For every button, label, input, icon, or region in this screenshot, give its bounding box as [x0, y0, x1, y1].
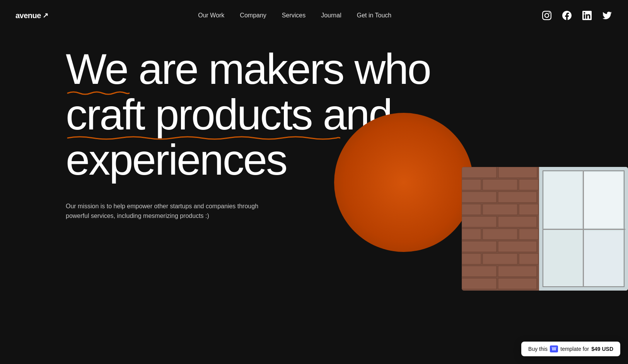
logo[interactable]: avenue ↗: [15, 11, 48, 20]
buy-badge-price: $49 USD: [591, 346, 613, 352]
photo-svg: [462, 167, 628, 291]
buy-badge-middle: template for: [560, 346, 589, 352]
svg-rect-3: [462, 179, 481, 190]
logo-text: avenue: [15, 11, 41, 20]
svg-rect-32: [584, 231, 623, 286]
hero-subtitle: Our mission is to help empower other sta…: [66, 201, 267, 221]
nav-links: Our Work Company Services Journal Get in…: [198, 12, 391, 19]
nav-company[interactable]: Company: [240, 12, 266, 19]
svg-rect-19: [483, 253, 517, 264]
underline-craft-decoration: [66, 134, 340, 140]
svg-rect-31: [544, 231, 582, 286]
svg-rect-8: [462, 204, 481, 215]
svg-rect-4: [483, 179, 517, 190]
svg-rect-22: [498, 266, 537, 277]
buy-badge[interactable]: Buy this W template for $49 USD: [521, 342, 620, 356]
svg-rect-7: [498, 192, 537, 202]
twitter-icon[interactable]: [602, 10, 613, 21]
headline-line2-text: craft products and: [66, 90, 392, 139]
svg-rect-13: [462, 229, 481, 240]
svg-rect-14: [483, 229, 517, 240]
buy-badge-prefix: Buy this: [528, 346, 548, 352]
navbar: avenue ↗ Our Work Company Services Journ…: [0, 0, 628, 31]
page-wrapper: avenue ↗ Our Work Company Services Journ…: [0, 0, 628, 364]
hero-headline: We are makers who craft products and exp…: [66, 46, 562, 183]
svg-rect-21: [462, 266, 497, 277]
svg-rect-18: [462, 253, 481, 264]
svg-rect-29: [544, 172, 582, 228]
svg-rect-11: [462, 216, 497, 227]
svg-rect-20: [519, 253, 538, 264]
decorative-circle: [334, 113, 473, 252]
svg-rect-5: [519, 179, 538, 190]
facebook-icon[interactable]: [561, 10, 572, 21]
svg-rect-15: [519, 229, 538, 240]
buy-badge-w: W: [550, 345, 558, 352]
hero-photo: [462, 167, 628, 291]
headline-line1: We are makers who: [66, 46, 562, 92]
nav-services[interactable]: Services: [282, 12, 305, 19]
svg-rect-1: [462, 167, 497, 178]
nav-journal[interactable]: Journal: [321, 12, 341, 19]
logo-arrow: ↗: [43, 11, 48, 20]
svg-rect-12: [498, 216, 537, 227]
nav-our-work[interactable]: Our Work: [198, 12, 224, 19]
svg-rect-9: [483, 204, 517, 215]
svg-rect-24: [498, 278, 537, 289]
nav-social: [541, 10, 613, 21]
nav-get-in-touch[interactable]: Get in Touch: [357, 12, 392, 19]
headline-line2: craft products and: [66, 92, 562, 138]
svg-rect-16: [462, 241, 497, 252]
hero-section: We are makers who craft products and exp…: [0, 31, 628, 221]
hero-photo-bg: [462, 167, 628, 291]
svg-rect-28: [543, 229, 625, 230]
svg-rect-10: [519, 204, 538, 215]
svg-rect-17: [498, 241, 537, 252]
linkedin-icon[interactable]: [582, 10, 592, 21]
svg-rect-2: [498, 167, 537, 178]
instagram-icon[interactable]: [541, 10, 552, 21]
headline-line1-text: We are makers who: [66, 45, 430, 93]
svg-rect-23: [462, 278, 497, 289]
svg-rect-30: [584, 172, 623, 228]
svg-rect-6: [462, 192, 497, 202]
